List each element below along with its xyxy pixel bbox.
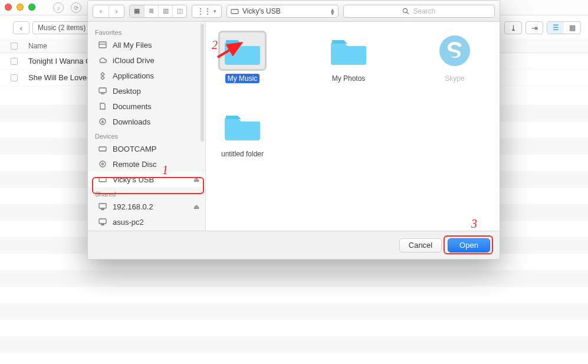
sidebar-section-header: Favorites [88,25,205,37]
sidebar-item[interactable]: Remote Disc [88,156,205,172]
svg-rect-3 [99,42,106,48]
eject-icon[interactable]: ⏏ [193,203,199,211]
sidebar-item[interactable]: iCloud Drive [88,53,205,68]
sidebar-item-label: Downloads [113,117,150,126]
file-item-label: Skype [442,74,467,83]
svg-rect-15 [99,219,106,224]
svg-point-1 [403,8,408,12]
sidebar-item[interactable]: Vicky's USB ⏏ [88,172,205,187]
file-item-label: My Music [225,74,260,83]
apps-icon [97,71,108,80]
search-placeholder: Search [413,7,435,15]
bg-breadcrumb[interactable]: Music (2 items) [32,21,91,34]
svg-point-10 [100,161,106,167]
sidebar-item[interactable]: Downloads [88,114,205,129]
arrange-icon: ⋮⋮ [197,7,211,15]
sidebar-item-label: Remote Disc [113,160,156,169]
sidebar-item-label: Desktop [113,87,141,96]
monitor-icon [97,217,108,227]
traffic-lights [5,4,35,11]
bg-back-button[interactable]: ‹ [13,21,29,34]
bg-breadcrumb-text: Music (2 items) [38,24,86,32]
close-window-button[interactable] [5,4,12,11]
minimize-window-button[interactable] [17,4,24,11]
file-item-label: My Photos [330,74,368,83]
svg-rect-12 [99,178,106,182]
file-item-label: untitled folder [219,149,266,159]
folder-icon [325,31,372,70]
zoom-window-button[interactable] [28,4,35,11]
sidebar-item[interactable]: Applications [88,68,205,83]
file-item[interactable]: Skype [425,31,484,83]
folder-icon [219,31,266,70]
file-item[interactable]: My Photos [319,31,378,83]
select-all-checkbox[interactable] [11,42,18,50]
sidebar-item[interactable]: asus-pc2 [88,214,205,229]
hdd-icon [97,144,108,153]
sidebar-item-label: 192.168.0.2 [113,202,153,211]
sidebar-item-label: asus-pc2 [113,218,144,227]
svg-point-9 [104,149,105,150]
nav-forward-button[interactable]: › [109,5,124,17]
disc-icon [97,159,108,169]
bg-right-toolbar: ⤓ ⇥ ☰ ▦ [504,21,581,34]
view-mode-segment[interactable]: ▦ ≣ ▥ ◫ [129,5,187,18]
location-dropdown[interactable]: Vicky's USB ▴▾ [226,5,339,18]
svg-rect-8 [99,147,106,151]
sidebar-item[interactable]: Desktop [88,83,205,99]
sidebar-item[interactable]: All My Files [88,37,205,53]
all-files-icon [97,40,108,50]
skype-icon [431,31,478,70]
coverflow-view-button[interactable]: ◫ [172,5,186,17]
svg-rect-13 [99,204,106,208]
dialog-sidebar[interactable]: Favorites All My Files iCloud Drive Appl… [88,22,206,231]
open-label: Open [459,241,478,250]
desktop-icon [97,86,108,96]
sidebar-item-label: BOOTCAMP [113,145,156,153]
column-view-button[interactable]: ▥ [158,5,172,17]
file-item[interactable]: untitled folder [213,107,272,159]
nav-back-forward[interactable]: ‹ › [93,5,124,18]
bg-view-toggle[interactable]: ☰ ▦ [547,21,581,34]
svg-rect-14 [101,209,104,210]
sidebar-item-label: All My Files [113,41,152,50]
monitor-icon [97,202,108,211]
dialog-content[interactable]: My Music My Photos Skype untitled folder… [206,22,500,231]
sidebar-section-header: Shared [88,187,205,199]
row-checkbox[interactable] [11,74,18,81]
sidebar-item[interactable]: Documents [88,99,205,114]
cancel-button[interactable]: Cancel [399,238,442,252]
bg-import-button[interactable]: ⇥ [525,21,543,34]
row-title: She Will Be Loved [28,73,91,82]
grid-view-icon[interactable]: ▦ [564,22,580,34]
dialog-toolbar: ‹ › ▦ ≣ ▥ ◫ ⋮⋮▾ Vicky's USB ▴▾ Search [88,1,500,22]
sidebar-item-label: Applications [113,71,154,80]
eject-icon[interactable]: ⏏ [193,176,199,183]
documents-icon [97,101,108,111]
cancel-label: Cancel [409,241,432,250]
row-title: Tonight I Wanna C [28,57,91,65]
sidebar-item-label: Documents [113,102,152,111]
search-field[interactable]: Search [343,5,495,18]
dialog-footer: Cancel Open [88,231,500,259]
svg-rect-16 [101,224,104,225]
downloads-icon [97,117,108,126]
column-name: Name [28,42,47,50]
bg-export-button[interactable]: ⤓ [504,21,522,34]
sidebar-item[interactable]: 192.168.0.2 ⏏ [88,199,205,214]
list-view-icon[interactable]: ☰ [547,22,564,34]
svg-rect-0 [231,9,238,14]
nav-back-button[interactable]: ‹ [93,5,109,17]
open-button[interactable]: Open [448,238,490,252]
arrange-dropdown[interactable]: ⋮⋮▾ [192,5,222,18]
list-view-button[interactable]: ≣ [144,5,158,17]
icon-view-button[interactable]: ▦ [130,5,144,17]
sidebar-section-header: Devices [88,129,205,141]
open-file-dialog: ‹ › ▦ ≣ ▥ ◫ ⋮⋮▾ Vicky's USB ▴▾ Search Fa… [87,0,500,260]
folder-icon [219,107,266,146]
row-checkbox[interactable] [11,58,18,65]
drive-icon [231,8,239,15]
sidebar-item[interactable]: BOOTCAMP [88,141,205,156]
icloud-icon [97,55,108,65]
file-item[interactable]: My Music [213,31,272,83]
